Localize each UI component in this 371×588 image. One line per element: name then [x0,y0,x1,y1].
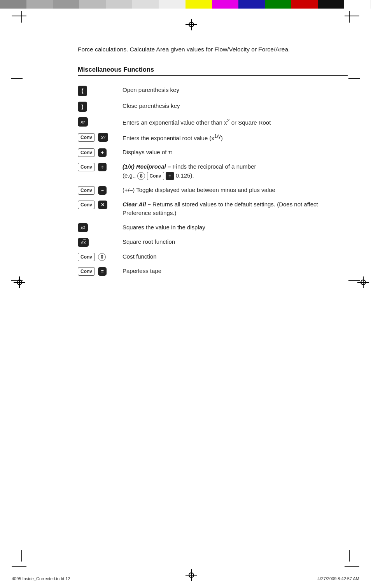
conv-button-5: Conv [78,201,95,209]
conv-button-4: Conv [78,186,95,195]
x2-key: x2 [78,223,88,232]
sqrt-key: √x [78,238,89,247]
icon-cell: Conv ÷ [78,160,122,183]
icon-cell: xy [78,114,122,130]
xy-key-2: xy [98,133,108,142]
table-row: Conv = Paperless tape [78,264,348,278]
footer-right: 4/27/2009 8:42:57 AM [317,576,359,581]
num-8-key: 8 [137,172,145,180]
table-row: Conv xy Enters the exponential root valu… [78,130,348,146]
conv-inline: Conv [147,172,164,180]
icon-cell: x2 [78,220,122,235]
desc-cell: Cost function [122,250,348,264]
top-right-corner-h [345,16,359,16]
desc-cell: Clear All – Returns all stored values to… [122,197,348,220]
table-row: ( Open parenthesis key [78,83,348,99]
icon-cell: Conv + [78,145,122,160]
x-key: ✕ [98,201,107,209]
table-row: ) Close parenthesis key [78,99,348,115]
desc-cell: (+/–) Toggle displayed value between min… [122,183,348,197]
section-title: Miscellaneous Functions [78,66,348,76]
clear-all-label: Clear All – [122,201,151,208]
table-row: √x Square root function [78,235,348,250]
conv-button-7: Conv [78,267,95,276]
equals-key: = [98,267,107,276]
plus-key: + [98,148,107,157]
reciprocal-label: (1/x) Reciprocal – [122,163,171,170]
table-row: Conv ✕ Clear All – Returns all stored va… [78,197,348,220]
conv-button-3: Conv [78,163,95,171]
bottom-left-corner-h [12,566,26,567]
left-side-mark-top [11,78,23,79]
desc-cell: Enters the exponential root value (x1/y) [122,130,348,146]
table-row: xy Enters an exponential value other tha… [78,114,348,130]
bottom-right-corner-v [349,550,350,562]
table-row: x2 Squares the value in the display [78,220,348,235]
icon-cell: ) [78,99,122,115]
footer: 4095 Inside_Corrected.indd 12 4/27/2009 … [12,576,359,581]
icon-cell: Conv ✕ [78,197,122,220]
conv-button-2: Conv [78,148,95,157]
close-paren-key: ) [78,102,87,112]
icon-cell: √x [78,235,122,250]
conv-button: Conv [78,133,95,142]
desc-cell: Enters an exponential value other than x… [122,114,348,130]
table-row: Conv 0 Cost function [78,250,348,264]
desc-cell: Close parenthesis key [122,99,348,115]
desc-cell: Square root function [122,235,348,250]
minus-key: − [98,186,107,195]
icon-cell: Conv − [78,183,122,197]
top-right-corner-v [349,11,350,23]
table-row: Conv ÷ (1/x) Reciprocal – Finds the reci… [78,160,348,183]
desc-cell: Paperless tape [122,264,348,278]
icon-cell: Conv 0 [78,250,122,264]
xy-key: xy [78,117,88,127]
table-row: Conv + Displays value of π [78,145,348,160]
desc-cell: (1/x) Reciprocal – Finds the reciprocal … [122,160,348,183]
bottom-right-corner-h [345,566,359,567]
desc-cell: Displays value of π [122,145,348,160]
open-paren-key: ( [78,86,87,96]
icon-cell: Conv xy [78,130,122,146]
desc-cell: Open parenthesis key [122,83,348,99]
functions-table: ( Open parenthesis key ) Close parenthes… [78,83,348,278]
table-row: Conv − (+/–) Toggle displayed value betw… [78,183,348,197]
div-key: ÷ [98,163,107,171]
top-left-corner-v [21,11,22,23]
bottom-left-corner-v [21,550,22,562]
right-side-mark-top [348,78,360,79]
top-left-corner-h [12,16,26,16]
icon-cell: Conv = [78,264,122,278]
intro-text: Force calculations. Calculate Area given… [78,45,348,54]
footer-left: 4095 Inside_Corrected.indd 12 [12,576,70,581]
color-bar [0,0,371,9]
desc-cell: Squares the value in the display [122,220,348,235]
main-content: Force calculations. Calculate Area given… [78,45,348,278]
div-inline: ÷ [166,172,174,180]
zero-key: 0 [98,253,106,261]
icon-cell: ( [78,83,122,99]
conv-button-6: Conv [78,253,95,261]
